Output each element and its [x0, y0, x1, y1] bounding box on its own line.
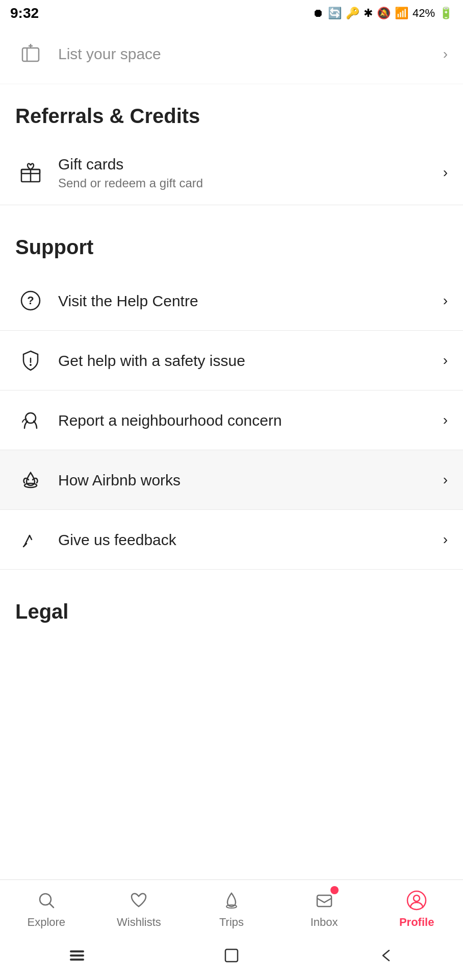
android-back-btn[interactable] [374, 943, 398, 968]
neighbourhood-icon [15, 405, 46, 435]
help-icon: ? [15, 285, 46, 316]
svg-line-14 [30, 535, 32, 540]
support-spacer [0, 205, 463, 215]
gift-cards-chevron: › [443, 164, 448, 181]
svg-line-16 [49, 903, 54, 908]
gift-icon [15, 157, 46, 188]
svg-rect-22 [70, 954, 84, 957]
safety-content: Get help with a safety issue [58, 351, 443, 371]
battery-text: 42% [413, 7, 435, 20]
profile-label: Profile [399, 916, 434, 929]
referrals-title: Referrals & Credits [15, 105, 448, 128]
sim-icon: 🔄 [328, 7, 342, 20]
gift-cards-item[interactable]: Gift cards Send or redeem a gift card › [0, 140, 463, 205]
safety-label: Get help with a safety issue [58, 351, 443, 371]
mute-icon: 🔕 [377, 7, 391, 20]
inbox-badge [330, 886, 339, 894]
list-space-label: List your space [58, 45, 443, 63]
inbox-icon [312, 888, 337, 913]
profile-icon [404, 888, 429, 913]
explore-label: Explore [28, 916, 66, 929]
android-menu-btn[interactable] [65, 943, 89, 968]
list-space-icon [15, 39, 46, 69]
trips-icon [219, 888, 244, 913]
tab-explore[interactable]: Explore [21, 888, 72, 929]
bottom-navigation: Explore Wishlists Trips [0, 879, 463, 980]
wishlists-label: Wishlists [117, 916, 161, 929]
help-centre-label: Visit the Help Centre [58, 291, 443, 311]
svg-rect-18 [317, 895, 331, 906]
key-icon: 🔑 [346, 7, 359, 20]
neighbourhood-content: Report a neighbourhood concern [58, 410, 443, 430]
bluetooth-icon: ✱ [364, 7, 373, 20]
nav-tabs: Explore Wishlists Trips [0, 880, 463, 935]
feedback-icon [15, 524, 46, 555]
svg-text:?: ? [27, 294, 34, 307]
status-bar: 9:32 ⏺ 🔄 🔑 ✱ 🔕 📶 42% 🔋 [0, 0, 463, 24]
safety-item[interactable]: Get help with a safety issue › [0, 331, 463, 390]
list-space-chevron: › [443, 46, 448, 62]
svg-rect-21 [70, 950, 84, 952]
how-airbnb-item[interactable]: How Airbnb works › [0, 450, 463, 510]
tab-inbox[interactable]: Inbox [299, 888, 350, 929]
neighbourhood-chevron: › [443, 412, 448, 428]
inbox-label: Inbox [311, 916, 338, 929]
svg-point-10 [30, 364, 32, 366]
help-centre-item[interactable]: ? Visit the Help Centre › [0, 271, 463, 331]
main-content: List your space › Referrals & Credits Gi… [0, 24, 463, 736]
feedback-item[interactable]: Give us feedback › [0, 510, 463, 570]
how-airbnb-content: How Airbnb works [58, 470, 443, 490]
legal-section-header: Legal [0, 580, 463, 736]
tab-profile[interactable]: Profile [391, 888, 442, 929]
battery-icon: 🔋 [439, 7, 453, 20]
tab-wishlists[interactable]: Wishlists [113, 888, 164, 929]
status-time: 9:32 [10, 5, 39, 21]
gift-cards-content: Gift cards Send or redeem a gift card [58, 154, 443, 190]
how-airbnb-chevron: › [443, 472, 448, 488]
neighbourhood-label: Report a neighbourhood concern [58, 410, 443, 430]
neighbourhood-item[interactable]: Report a neighbourhood concern › [0, 390, 463, 450]
search-icon [34, 888, 59, 913]
legal-title: Legal [15, 600, 448, 623]
wifi-icon: 📶 [395, 7, 408, 20]
referrals-section-header: Referrals & Credits [0, 84, 463, 140]
support-title: Support [15, 236, 448, 259]
list-space-item[interactable]: List your space › [0, 24, 463, 84]
feedback-label: Give us feedback [58, 530, 443, 550]
support-section-header: Support [0, 215, 463, 271]
feedback-chevron: › [443, 531, 448, 548]
trips-label: Trips [219, 916, 244, 929]
gift-cards-label: Gift cards [58, 154, 443, 174]
how-airbnb-label: How Airbnb works [58, 470, 443, 490]
legal-spacer [0, 570, 463, 580]
status-icons: ⏺ 🔄 🔑 ✱ 🔕 📶 42% 🔋 [313, 7, 453, 20]
help-centre-chevron: › [443, 292, 448, 309]
heart-icon [126, 888, 151, 913]
android-home-btn[interactable] [219, 943, 244, 968]
help-centre-content: Visit the Help Centre [58, 291, 443, 311]
svg-point-20 [414, 895, 420, 901]
android-nav-bar [0, 935, 463, 980]
airbnb-logo-icon [15, 464, 46, 495]
svg-rect-23 [70, 959, 84, 961]
gift-cards-sublabel: Send or redeem a gift card [58, 176, 443, 190]
feedback-content: Give us feedback [58, 530, 443, 550]
svg-rect-0 [22, 48, 39, 61]
record-icon: ⏺ [313, 7, 324, 20]
safety-icon [15, 345, 46, 376]
svg-rect-24 [225, 949, 238, 962]
safety-chevron: › [443, 352, 448, 369]
tab-trips[interactable]: Trips [206, 888, 257, 929]
